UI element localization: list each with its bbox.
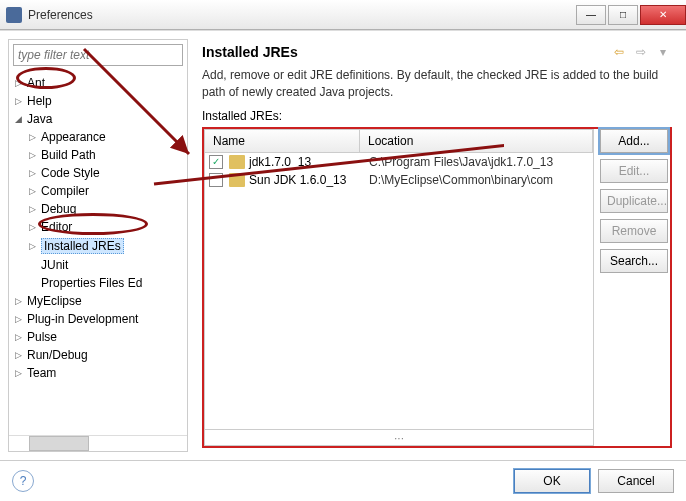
dialog-footer: ? OK Cancel xyxy=(0,460,686,500)
tree-item[interactable]: ▷Appearance xyxy=(9,128,187,146)
tree-item[interactable]: ▷Installed JREs xyxy=(9,236,187,256)
tree-item[interactable]: ▷Debug xyxy=(9,200,187,218)
side-buttons: Add... Edit... Duplicate... Remove Searc… xyxy=(594,129,670,446)
tree-item[interactable]: ▷Plug-in Development xyxy=(9,310,187,328)
forward-icon[interactable]: ⇨ xyxy=(632,43,650,61)
preferences-tree-panel: ▷Ant▷Help◢Java▷Appearance▷Build Path▷Cod… xyxy=(8,39,188,452)
tree-item[interactable]: ▷Ant xyxy=(9,74,187,92)
window-title: Preferences xyxy=(28,8,574,22)
titlebar: Preferences — □ ✕ xyxy=(0,0,686,30)
duplicate-button[interactable]: Duplicate... xyxy=(600,189,668,213)
table-scrollbar[interactable]: ··· xyxy=(204,430,594,446)
preferences-tree[interactable]: ▷Ant▷Help◢Java▷Appearance▷Build Path▷Cod… xyxy=(9,70,187,435)
tree-item-label: JUnit xyxy=(41,258,68,272)
filter-input[interactable] xyxy=(13,44,183,66)
window-buttons: — □ ✕ xyxy=(574,5,686,25)
tree-item-label: Team xyxy=(27,366,56,380)
tree-item-label: Ant xyxy=(27,76,45,90)
help-icon[interactable]: ? xyxy=(12,470,34,492)
maximize-button[interactable]: □ xyxy=(608,5,638,25)
expand-icon[interactable]: ▷ xyxy=(29,204,41,214)
jre-icon xyxy=(229,173,245,187)
expand-icon[interactable]: ▷ xyxy=(15,96,27,106)
tree-item-label: Appearance xyxy=(41,130,106,144)
dialog-body: ▷Ant▷Help◢Java▷Appearance▷Build Path▷Cod… xyxy=(0,30,686,460)
tree-item-label: Debug xyxy=(41,202,76,216)
tree-item-label: Code Style xyxy=(41,166,100,180)
tree-item[interactable]: ▷Team xyxy=(9,364,187,382)
app-icon xyxy=(6,7,22,23)
tree-item[interactable]: Properties Files Ed xyxy=(9,274,187,292)
jre-name: jdk1.7.0_13 xyxy=(249,155,369,169)
tree-item[interactable]: ▷Build Path xyxy=(9,146,187,164)
add-button[interactable]: Add... xyxy=(600,129,668,153)
nav-buttons: ⇦ ⇨ ▾ xyxy=(610,43,672,61)
tree-item[interactable]: ▷Code Style xyxy=(9,164,187,182)
expand-icon[interactable]: ▷ xyxy=(29,132,41,142)
tree-scrollbar[interactable] xyxy=(9,435,187,451)
expand-icon[interactable]: ▷ xyxy=(15,314,27,324)
tree-item-label: Build Path xyxy=(41,148,96,162)
expand-icon[interactable]: ▷ xyxy=(15,296,27,306)
jre-icon xyxy=(229,155,245,169)
jre-location: D:\MyEclipse\Common\binary\com xyxy=(369,173,589,187)
jre-table: Name Location ✓jdk1.7.0_13C:\Program Fil… xyxy=(204,129,594,446)
tree-item-label: Java xyxy=(27,112,52,126)
expand-icon[interactable]: ▷ xyxy=(29,241,41,251)
page-description: Add, remove or edit JRE definitions. By … xyxy=(202,67,672,101)
tree-item-label: Pulse xyxy=(27,330,57,344)
jre-checkbox[interactable] xyxy=(209,173,223,187)
col-location[interactable]: Location xyxy=(360,130,593,152)
page-title: Installed JREs xyxy=(202,44,610,60)
tree-item[interactable]: JUnit xyxy=(9,256,187,274)
back-icon[interactable]: ⇦ xyxy=(610,43,628,61)
jre-checkbox[interactable]: ✓ xyxy=(209,155,223,169)
tree-item[interactable]: ◢Java xyxy=(9,110,187,128)
tree-item[interactable]: ▷Editor xyxy=(9,218,187,236)
search-button[interactable]: Search... xyxy=(600,249,668,273)
jre-location: C:\Program Files\Java\jdk1.7.0_13 xyxy=(369,155,589,169)
col-name[interactable]: Name xyxy=(205,130,360,152)
edit-button[interactable]: Edit... xyxy=(600,159,668,183)
jre-name: Sun JDK 1.6.0_13 xyxy=(249,173,369,187)
tree-item[interactable]: ▷Pulse xyxy=(9,328,187,346)
expand-icon[interactable]: ▷ xyxy=(15,368,27,378)
jre-table-area: Name Location ✓jdk1.7.0_13C:\Program Fil… xyxy=(202,127,672,448)
tree-item[interactable]: ▷Compiler xyxy=(9,182,187,200)
expand-icon[interactable]: ▷ xyxy=(15,350,27,360)
table-body: ✓jdk1.7.0_13C:\Program Files\Java\jdk1.7… xyxy=(204,153,594,430)
tree-item-label: Properties Files Ed xyxy=(41,276,142,290)
dropdown-icon[interactable]: ▾ xyxy=(654,43,672,61)
tree-item[interactable]: ▷MyEclipse xyxy=(9,292,187,310)
tree-item-label: Help xyxy=(27,94,52,108)
cancel-button[interactable]: Cancel xyxy=(598,469,674,493)
expand-icon[interactable]: ▷ xyxy=(29,186,41,196)
tree-item-label: MyEclipse xyxy=(27,294,82,308)
close-button[interactable]: ✕ xyxy=(640,5,686,25)
tree-item-label: Plug-in Development xyxy=(27,312,138,326)
tree-item-label: Compiler xyxy=(41,184,89,198)
minimize-button[interactable]: — xyxy=(576,5,606,25)
tree-item-label: Run/Debug xyxy=(27,348,88,362)
ok-button[interactable]: OK xyxy=(514,469,590,493)
table-header: Name Location xyxy=(204,129,594,153)
table-row[interactable]: Sun JDK 1.6.0_13D:\MyEclipse\Common\bina… xyxy=(205,171,593,189)
content-header: Installed JREs ⇦ ⇨ ▾ xyxy=(202,43,672,61)
remove-button[interactable]: Remove xyxy=(600,219,668,243)
expand-icon[interactable]: ▷ xyxy=(29,168,41,178)
expand-icon[interactable]: ▷ xyxy=(29,222,41,232)
tree-item-label: Installed JREs xyxy=(41,238,124,254)
preferences-content: Installed JREs ⇦ ⇨ ▾ Add, remove or edit… xyxy=(196,39,678,452)
tree-item[interactable]: ▷Run/Debug xyxy=(9,346,187,364)
expand-icon[interactable]: ▷ xyxy=(29,150,41,160)
tree-item[interactable]: ▷Help xyxy=(9,92,187,110)
list-label: Installed JREs: xyxy=(202,109,672,123)
table-row[interactable]: ✓jdk1.7.0_13C:\Program Files\Java\jdk1.7… xyxy=(205,153,593,171)
expand-icon[interactable]: ◢ xyxy=(15,114,27,124)
expand-icon[interactable]: ▷ xyxy=(15,332,27,342)
expand-icon[interactable]: ▷ xyxy=(15,78,27,88)
tree-item-label: Editor xyxy=(41,220,72,234)
